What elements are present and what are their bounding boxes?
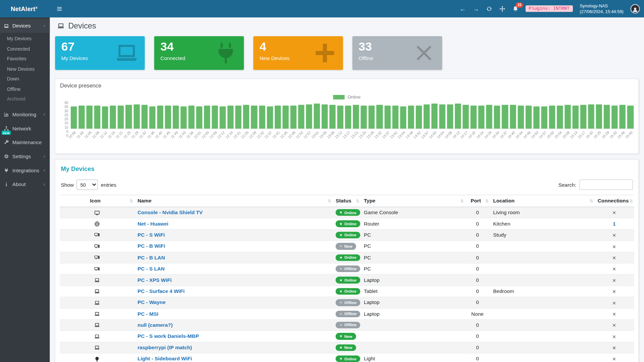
no-connections-icon [612,256,616,260]
chart-bar [282,106,288,129]
sidebar-item-monitoring[interactable]: Monitoring [0,108,50,122]
device-name-link[interactable]: null (camera?) [138,322,173,328]
wrench-icon [4,140,9,145]
sidebar-toggle-button[interactable] [56,6,62,12]
plug-icon [4,168,9,173]
nav-back-button[interactable]: ← [460,6,466,12]
notifications-button[interactable]: 15 [512,6,518,12]
sidebar-item-new-devices[interactable]: New Devices [0,64,50,74]
sidebar-item-about[interactable]: About [0,177,50,191]
chart-bar [149,106,155,129]
col-header-icon[interactable]: Icon⇅ [60,195,134,207]
sidebar-item-favorites[interactable]: Favorites [0,54,50,64]
laptop-icon [4,23,9,28]
device-name-link[interactable]: PC - S LAN [138,266,165,272]
status-badge: Online [336,232,360,238]
table-row: PC - S work Daniels-MBP New 0 [60,331,634,342]
sidebar-item-integrations[interactable]: Integrations [0,163,50,177]
page-length-select[interactable]: 50 [76,180,98,190]
sidebar-item-maintenance[interactable]: Maintenance [0,135,50,149]
chart-bar [235,106,241,129]
device-type: Router [361,218,465,230]
chart-bar [337,106,343,129]
move-button[interactable] [499,6,505,12]
col-header-connections[interactable]: Connections⇅ [594,195,634,207]
chart-bar [573,106,579,129]
chart-plot [71,102,634,129]
sidebar-item-connected[interactable]: Connected [0,44,50,54]
chart-legend[interactable]: Online [60,95,634,100]
stat-card[interactable]: 34 Connected [154,36,244,70]
col-header-name[interactable]: Name⇅ [134,195,332,207]
device-name-link[interactable]: PC - Wayne [138,300,166,305]
chart-bar [510,105,516,129]
sidebar-item-devices[interactable]: Devices [0,19,50,33]
device-connections [594,241,634,252]
device-connections [594,319,634,331]
nav-forward-button[interactable]: → [473,6,479,12]
chart-bar [118,106,124,129]
col-header-type[interactable]: Type⇅ [361,195,465,207]
table-row: raspberrypi (IP match) New 0 [60,342,634,353]
chart-bar [165,106,171,129]
sidebar-item-my-devices[interactable]: My Devices [0,34,50,44]
page-header: Devices [57,21,639,31]
device-name-link[interactable]: PC - Surface 4 WiFi [138,289,184,294]
y-tick: 40 [64,101,68,105]
device-connections [594,353,634,362]
sidebar-item-offline[interactable]: Offline [0,84,50,94]
stat-card[interactable]: 4 New Devices [253,36,343,70]
x-tick: 11:49 [170,130,179,139]
device-name-link[interactable]: PC - MSI [138,311,158,317]
chart-bar [220,106,226,129]
chart-bar [384,106,390,129]
plugins-status-badge[interactable]: Plugins: INTRNT [526,5,573,12]
show-label: Show [61,182,73,188]
chart-bar [596,104,602,129]
chevron-down-icon [43,24,46,27]
move-icon [499,6,505,12]
no-connections-icon [612,278,616,283]
no-connections-icon [612,346,616,350]
sidebar-item-down[interactable]: Down [0,74,50,84]
device-type-icon [94,334,100,339]
chevron-left-icon [43,155,46,158]
no-connections-icon [612,289,616,294]
device-name-link[interactable]: PC - B LAN [138,255,165,260]
sidebar-item-archived[interactable]: Archived [0,94,50,104]
chart-bar [463,105,469,129]
chart-bar [243,105,249,129]
device-port: 0 [465,297,490,308]
device-type-icon [94,210,100,216]
device-name-link[interactable]: PC - S work Daniels-MBP [138,334,199,339]
new-version-badge[interactable]: NEW [2,131,11,135]
device-name-link[interactable]: PC - B WiFi [138,243,165,249]
device-name-link[interactable]: PC - S WiFi [138,232,165,238]
chevron-left-icon [43,113,46,116]
col-header-status[interactable]: Status⇅ [332,195,361,207]
no-connections-icon [612,323,616,327]
refresh-button[interactable] [486,6,492,12]
device-type: Game Console [361,207,465,218]
search-input[interactable] [580,180,633,190]
device-name-link[interactable]: Net - Huawei [138,221,168,227]
device-name-link[interactable]: raspberrypi (IP match) [138,345,192,351]
x-tick: 11:21 [115,130,124,139]
device-name-link[interactable]: PC - XPS WiFi [138,277,172,283]
status-badge: New [336,344,356,351]
device-name-link[interactable]: Light - Sideboard WiFi [138,356,192,362]
device-connections [594,308,634,320]
stat-card[interactable]: 33 Offline [353,36,442,70]
chart-bar [78,106,85,129]
connections-link[interactable]: 1 [613,221,616,227]
avatar[interactable] [631,4,640,13]
chart-bar [102,106,108,129]
brand-logo[interactable]: NetAlertx [0,0,50,17]
sidebar-item-settings[interactable]: Settings [0,149,50,164]
col-header-location[interactable]: Location⇅ [490,195,594,207]
y-tick: 10 [64,125,68,129]
col-header-port[interactable]: Port⇅ [465,195,490,207]
device-name-link[interactable]: Console - Nvidia Shield TV [138,210,203,216]
device-location: Living room [490,207,594,218]
stat-card[interactable]: 67 My Devices [55,36,145,70]
